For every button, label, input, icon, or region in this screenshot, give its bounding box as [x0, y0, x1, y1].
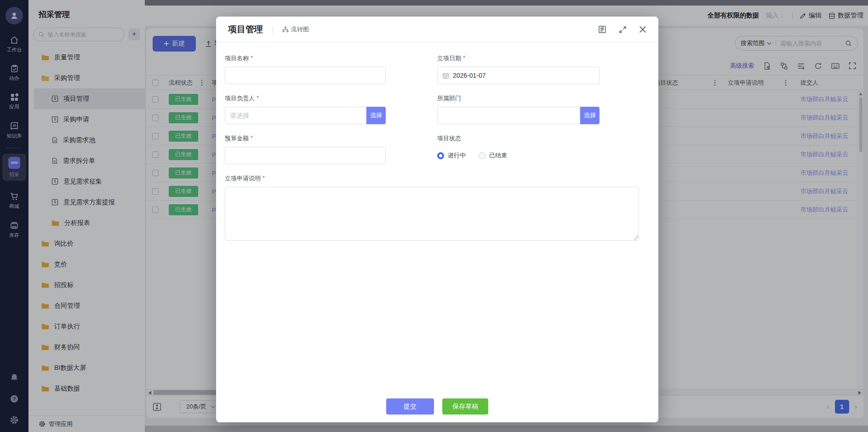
radio-unselected-icon: [479, 152, 485, 159]
modal-header: 项目管理 ｜ 流转图: [216, 17, 658, 43]
owner-select-button[interactable]: 选择: [366, 107, 386, 124]
project-name-input[interactable]: [230, 72, 381, 79]
flow-chart-icon: [282, 26, 289, 33]
description-textarea[interactable]: [225, 187, 639, 241]
date-value: 2026-01-07: [453, 72, 486, 79]
field-label: 所属部门: [437, 94, 461, 103]
radio-label: 进行中: [448, 151, 466, 160]
modal-footer: 提交 保存草稿: [216, 398, 658, 415]
field-description: 立项申请说明*: [225, 174, 658, 241]
field-project-state: 项目状态 进行中 已结束: [437, 134, 600, 164]
required-mark: *: [257, 94, 259, 103]
field-label: 项目状态: [437, 134, 461, 143]
field-label: 项目负责人: [225, 94, 255, 103]
close-icon[interactable]: [639, 26, 646, 33]
field-department: 所属部门 选择: [437, 94, 600, 124]
operation-log-icon[interactable]: [598, 25, 606, 34]
project-form-modal: 项目管理 ｜ 流转图 项目名称*: [216, 17, 658, 422]
divider: ｜: [269, 25, 276, 35]
field-project-name: 项目名称*: [225, 54, 386, 84]
radio-finished[interactable]: 已结束: [479, 151, 507, 160]
field-label: 预算金额: [225, 134, 249, 143]
radio-selected-icon: [437, 152, 444, 159]
field-budget: 预算金额*: [225, 134, 386, 164]
required-mark: *: [463, 54, 465, 63]
required-mark: *: [251, 134, 253, 143]
department-input[interactable]: [442, 112, 575, 119]
required-mark: *: [251, 54, 253, 63]
radio-label: 已结束: [489, 151, 507, 160]
field-label: 项目名称: [225, 54, 249, 63]
budget-input[interactable]: [230, 152, 381, 159]
calendar-icon: [442, 72, 449, 79]
modal-form: 项目名称* 立项日期* 2026-01-07 项目负责人* 选择: [216, 43, 658, 241]
save-draft-button[interactable]: 保存草稿: [442, 398, 488, 415]
field-label: 立项日期: [437, 54, 461, 63]
modal-header-icons: [598, 25, 646, 34]
modal-title: 项目管理: [228, 23, 263, 35]
required-mark: *: [263, 174, 265, 183]
field-project-date: 立项日期* 2026-01-07: [437, 54, 600, 84]
field-label: 立项申请说明: [225, 174, 261, 183]
project-owner-input[interactable]: [230, 112, 361, 119]
flow-chart-link[interactable]: 流转图: [282, 25, 309, 34]
expand-icon[interactable]: [619, 26, 627, 34]
department-select-button[interactable]: 选择: [580, 107, 600, 124]
radio-in-progress[interactable]: 进行中: [437, 151, 466, 160]
submit-button[interactable]: 提交: [386, 398, 434, 415]
flow-chart-label: 流转图: [291, 25, 309, 34]
field-project-owner: 项目负责人* 选择: [225, 94, 386, 124]
project-date-input[interactable]: 2026-01-07: [437, 67, 600, 84]
